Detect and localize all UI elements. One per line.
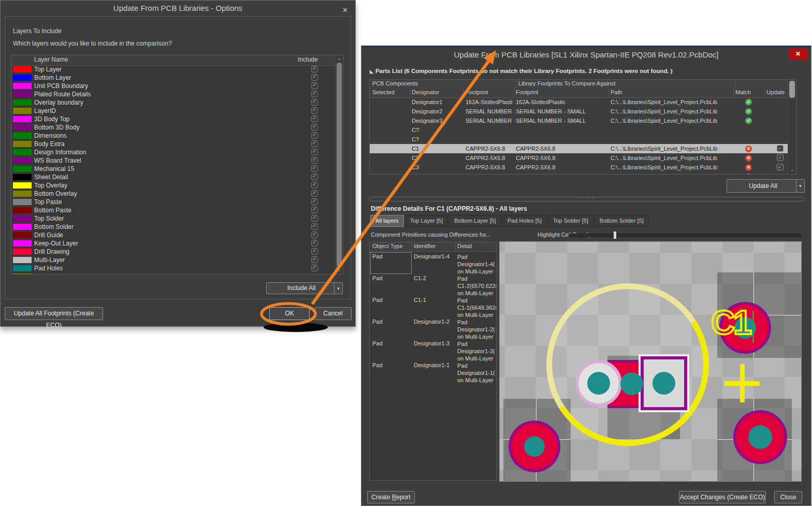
update-all-button[interactable]: Update All ▼ xyxy=(727,179,805,193)
layer-row[interactable]: Keep-Out Layer xyxy=(11,239,336,248)
include-checkbox[interactable] xyxy=(311,265,318,271)
layer-row[interactable]: Top Layer xyxy=(11,65,336,74)
table-row[interactable]: C2 CAPPR2-5X6.8 CAPPR2-5X6.8 C:\...\Libr… xyxy=(370,153,788,163)
list-item[interactable]: Pad C1-2 Pad C1-2(6570.622m on Multi-Lay… xyxy=(370,274,496,296)
layer-row[interactable]: Unit PCB Boundary xyxy=(11,82,336,90)
splitter-handle[interactable]: · · · xyxy=(369,197,804,201)
close-button[interactable]: ✕ xyxy=(789,49,807,60)
table-row[interactable]: Designator1 162A-SlottedPlasti 162A-Slot… xyxy=(370,97,788,107)
column-object-type[interactable]: Object Type xyxy=(372,243,403,249)
parts-scrollbar[interactable]: ▼ xyxy=(788,80,796,174)
scrollbar-thumb[interactable] xyxy=(789,81,795,98)
panel-divider-handle[interactable]: ·· xyxy=(497,352,499,361)
layers-scrollbar[interactable]: ▲ ▼ xyxy=(335,55,343,274)
close-button[interactable]: Close xyxy=(774,491,802,503)
footprint-preview-canvas[interactable]: C1 xyxy=(499,241,802,482)
density-slider[interactable] xyxy=(569,234,802,237)
update-checkbox[interactable] xyxy=(777,145,784,152)
layer-row[interactable] xyxy=(11,272,336,274)
column-designator[interactable]: Designator xyxy=(412,89,439,95)
column-selected[interactable]: Selected xyxy=(372,89,395,95)
update-checkbox[interactable] xyxy=(777,164,784,170)
include-checkbox[interactable] xyxy=(311,74,318,81)
slider-handle[interactable] xyxy=(614,232,616,239)
include-checkbox[interactable] xyxy=(311,91,318,97)
include-checkbox[interactable] xyxy=(311,132,318,139)
layer-row[interactable]: Mechanical 15 xyxy=(11,165,336,173)
include-checkbox[interactable] xyxy=(311,66,318,73)
collapse-icon[interactable]: ◣ xyxy=(370,69,373,74)
list-item[interactable]: Pad Designator1-2 Pad Designator1-2( on … xyxy=(370,317,496,339)
parts-list-header[interactable]: ◣Parts List (6 Components Footprints do … xyxy=(370,68,673,74)
chevron-down-icon[interactable]: ▼ xyxy=(796,180,804,192)
include-checkbox[interactable] xyxy=(311,124,318,131)
scroll-down-icon[interactable]: ▼ xyxy=(788,167,796,174)
ok-button[interactable]: OK xyxy=(269,307,310,320)
column-footprint-pcb[interactable]: Footprint xyxy=(466,89,488,95)
column-match[interactable]: Match xyxy=(735,89,751,95)
table-row[interactable]: C? xyxy=(370,125,788,135)
table-row[interactable]: Designator3 SERIAL NUMBER - SERIAL NUMBE… xyxy=(370,116,788,125)
include-checkbox[interactable] xyxy=(311,140,318,147)
include-checkbox[interactable] xyxy=(311,174,318,180)
column-path[interactable]: Path xyxy=(611,89,622,95)
include-checkbox[interactable] xyxy=(311,107,318,114)
layer-row[interactable]: Drill Drawing xyxy=(11,248,336,256)
include-checkbox[interactable] xyxy=(311,215,318,222)
cancel-button[interactable]: Cancel xyxy=(314,307,352,320)
layer-row[interactable]: Bottom Solder xyxy=(11,223,336,231)
tab-layer[interactable]: Bottom Solder [5] xyxy=(594,215,649,227)
options-dialog-titlebar[interactable]: Update From PCB Libraries - Options ✕ xyxy=(1,1,355,16)
include-checkbox[interactable] xyxy=(311,182,318,189)
table-row[interactable]: C3 CAPPR2-5X6.8 CAPPR2-5X6.8 C:\...\Libr… xyxy=(370,163,788,172)
include-checkbox[interactable] xyxy=(311,99,318,106)
list-item[interactable]: Pad Designator1-4 Pad Designator1-4( on … xyxy=(370,252,496,274)
update-all-footprints-button[interactable]: Update All Footprints (Create ECO) xyxy=(5,307,103,320)
update-checkbox[interactable] xyxy=(777,154,784,161)
column-update[interactable]: Update xyxy=(766,89,785,95)
include-checkbox[interactable] xyxy=(311,232,318,238)
layer-row[interactable]: Bottom Layer xyxy=(11,74,336,82)
include-checkbox[interactable] xyxy=(311,190,318,197)
include-checkbox[interactable] xyxy=(311,240,318,247)
table-row[interactable]: Designator2 SERIAL NUMBER - SERIAL NUMBE… xyxy=(370,107,788,116)
layer-row[interactable]: Pad Holes xyxy=(11,264,336,272)
layer-row[interactable]: Drill Guide xyxy=(11,231,336,239)
layer-row[interactable]: LayerID xyxy=(11,107,336,115)
include-checkbox[interactable] xyxy=(311,165,318,172)
column-detail[interactable]: Detail xyxy=(457,243,472,249)
layer-row[interactable]: Multi-Layer xyxy=(11,256,336,264)
include-checkbox[interactable] xyxy=(311,115,318,122)
layer-row[interactable]: Bottom Overlay xyxy=(11,190,336,198)
table-row[interactable]: C? xyxy=(370,135,788,144)
layer-row[interactable]: Bottom 3D Body xyxy=(11,123,336,132)
layer-row[interactable]: WS Board Travel xyxy=(11,156,336,165)
tab-layer[interactable]: Bottom Layer [5] xyxy=(449,215,501,227)
difference-table-header[interactable]: Object Type Identifier Detail xyxy=(370,242,496,252)
parts-column-header[interactable]: Selected Designator Footprint Footprint … xyxy=(370,89,796,98)
column-identifier[interactable]: Identifier xyxy=(414,243,436,249)
scrollbar-thumb[interactable] xyxy=(337,63,342,267)
chevron-down-icon[interactable]: ▼ xyxy=(334,283,342,294)
layer-row[interactable]: Body Extra xyxy=(11,140,336,148)
tab-layer[interactable]: Top Solder [5] xyxy=(548,215,593,227)
include-checkbox[interactable] xyxy=(311,223,318,230)
tab-layer[interactable]: All layers xyxy=(370,215,404,227)
tab-layer[interactable]: Pad Holes [5] xyxy=(502,215,547,227)
column-footprint-lib[interactable]: Footprint xyxy=(516,89,538,95)
list-item[interactable]: Pad Designator1-1 Pad Designator1-1( on … xyxy=(370,361,496,383)
accept-changes-button[interactable]: Accept Changes (Create ECO) xyxy=(679,491,766,503)
include-checkbox[interactable] xyxy=(311,157,318,164)
layer-row[interactable]: Overlay boundary xyxy=(11,98,336,107)
layer-row[interactable]: Sheet Detail xyxy=(11,173,336,181)
include-checkbox[interactable] xyxy=(311,82,318,89)
include-checkbox[interactable] xyxy=(311,149,318,155)
list-item[interactable]: Pad C1-1 Pad C1-1(6649.362m on Multi-Lay… xyxy=(370,296,496,317)
include-checkbox[interactable] xyxy=(311,256,318,263)
layer-row[interactable]: Dimensions xyxy=(11,132,336,140)
update-dialog-titlebar[interactable]: Update From PCB Libraries [SL1 Xilinx Sp… xyxy=(361,47,811,63)
include-all-button[interactable]: Include All ▼ xyxy=(266,282,343,294)
table-row[interactable] xyxy=(370,172,788,174)
include-checkbox[interactable] xyxy=(311,198,318,205)
layer-row[interactable]: Top Overlay xyxy=(11,181,336,190)
